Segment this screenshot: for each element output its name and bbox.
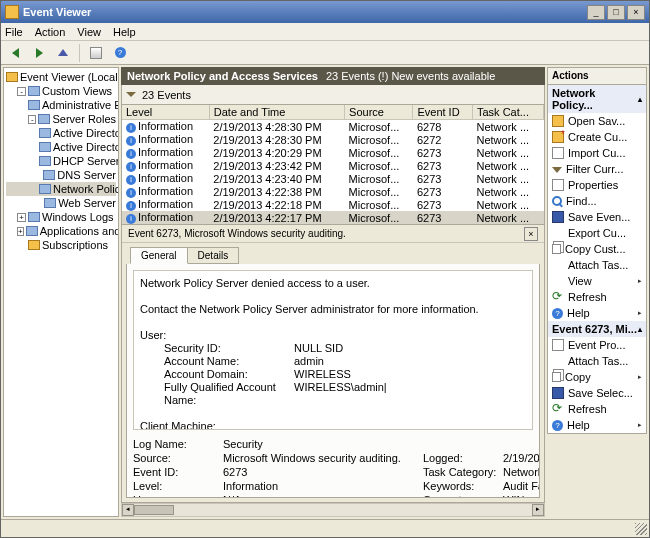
minimize-button[interactable]: _ xyxy=(587,5,605,20)
event-row[interactable]: iInformation2/19/2013 4:20:29 PMMicrosof… xyxy=(122,146,544,159)
action-item[interactable]: Import Cu... xyxy=(548,145,646,161)
actions-section-1[interactable]: Network Policy...▴ xyxy=(548,85,646,113)
banner-subtitle: 23 Events (!) New events available xyxy=(326,70,495,82)
props-toolbar-button[interactable] xyxy=(86,43,106,63)
action-item[interactable]: ⟳Refresh xyxy=(548,289,646,305)
column-header[interactable]: Level xyxy=(122,105,209,120)
column-header[interactable]: Task Cat... xyxy=(473,105,544,120)
tree-windows-logs[interactable]: +Windows Logs xyxy=(6,210,116,224)
i-find-icon xyxy=(552,196,562,206)
tree-role-web[interactable]: Web Server xyxy=(6,196,116,210)
status-bar xyxy=(1,519,649,537)
nav-tree: Event Viewer (Local) -Custom Views Admin… xyxy=(4,68,118,254)
i-copy-icon xyxy=(552,372,561,382)
i-save-icon xyxy=(552,211,564,223)
tab-details[interactable]: Details xyxy=(187,247,240,264)
event-row[interactable]: iInformation2/19/2013 4:22:18 PMMicrosof… xyxy=(122,198,544,211)
tree-role-adds[interactable]: Active Directory Domai xyxy=(6,140,116,154)
menu-bar: File Action View Help xyxy=(1,23,649,41)
window-title: Event Viewer xyxy=(23,6,587,18)
action-item[interactable]: ?Help▸ xyxy=(548,417,646,433)
event-row[interactable]: iInformation2/19/2013 4:23:42 PMMicrosof… xyxy=(122,159,544,172)
action-item[interactable]: Attach Tas... xyxy=(548,257,646,273)
detail-close-button[interactable]: × xyxy=(524,227,538,241)
action-item[interactable]: Attach Tas... xyxy=(548,353,646,369)
i-props-icon xyxy=(552,339,564,351)
event-grid[interactable]: LevelDate and TimeSourceEvent IDTask Cat… xyxy=(121,105,545,225)
app-icon xyxy=(5,5,19,19)
tree-role-adcs[interactable]: Active Directory Certific xyxy=(6,126,116,140)
event-row[interactable]: iInformation2/19/2013 4:22:17 PMMicrosof… xyxy=(122,211,544,224)
action-item[interactable]: Export Cu... xyxy=(548,225,646,241)
action-item[interactable]: Event Pro... xyxy=(548,337,646,353)
action-item[interactable]: Create Cu... xyxy=(548,129,646,145)
tree-subscriptions[interactable]: Subscriptions xyxy=(6,238,116,252)
help-toolbar-button[interactable]: ? xyxy=(110,43,130,63)
detail-title: Event 6273, Microsoft Windows security a… xyxy=(128,228,524,239)
blank-icon xyxy=(552,355,564,367)
blank-icon xyxy=(552,275,564,287)
up-button[interactable] xyxy=(53,43,73,63)
blank-icon xyxy=(552,259,564,271)
event-row[interactable]: iInformation2/19/2013 4:28:30 PMMicrosof… xyxy=(122,133,544,146)
tree-root[interactable]: Event Viewer (Local) xyxy=(6,70,116,84)
event-row[interactable]: iInformation2/19/2013 4:22:38 PMMicrosof… xyxy=(122,185,544,198)
submenu-icon: ▸ xyxy=(638,309,642,317)
actions-section-2[interactable]: Event 6273, Mi...▴ xyxy=(548,321,646,337)
tree-server-roles[interactable]: -Server Roles xyxy=(6,112,116,126)
titlebar: Event Viewer _ □ × xyxy=(1,1,649,23)
maximize-button[interactable]: □ xyxy=(607,5,625,20)
tree-role-nps[interactable]: Network Policy and Acc xyxy=(6,182,116,196)
tree-role-dhcp[interactable]: DHCP Server xyxy=(6,154,116,168)
horizontal-scrollbar[interactable]: ◂▸ xyxy=(121,503,545,517)
i-open-icon xyxy=(552,115,564,127)
action-item[interactable]: Find... xyxy=(548,193,646,209)
action-item[interactable]: Copy▸ xyxy=(548,369,646,385)
action-item[interactable]: Copy Cust... xyxy=(548,241,646,257)
close-button[interactable]: × xyxy=(627,5,645,20)
filter-icon xyxy=(126,92,136,97)
event-count: 23 Events xyxy=(142,89,191,101)
tab-general[interactable]: General xyxy=(130,247,188,264)
action-item[interactable]: Filter Curr... xyxy=(548,161,646,177)
event-message[interactable]: Network Policy Server denied access to a… xyxy=(133,270,533,430)
action-item[interactable]: Properties xyxy=(548,177,646,193)
event-row[interactable]: iInformation2/19/2013 4:28:30 PMMicrosof… xyxy=(122,120,544,134)
i-copy-icon xyxy=(552,244,561,254)
actions-title: Actions xyxy=(547,67,647,85)
tree-role-dns[interactable]: DNS Server xyxy=(6,168,116,182)
submenu-icon: ▸ xyxy=(638,277,642,285)
column-header[interactable]: Source xyxy=(345,105,413,120)
tree-custom-views[interactable]: -Custom Views xyxy=(6,84,116,98)
forward-button[interactable] xyxy=(29,43,49,63)
submenu-icon: ▸ xyxy=(638,421,642,429)
action-item[interactable]: Open Sav... xyxy=(548,113,646,129)
action-item[interactable]: View▸ xyxy=(548,273,646,289)
action-item[interactable]: ?Help▸ xyxy=(548,305,646,321)
menu-action[interactable]: Action xyxy=(35,26,66,38)
event-properties: Log Name:Security Source:Microsoft Windo… xyxy=(133,438,533,498)
banner-title: Network Policy and Access Services xyxy=(127,70,318,82)
column-header[interactable]: Date and Time xyxy=(209,105,344,120)
i-help-icon: ? xyxy=(552,420,563,431)
tree-app-service-logs[interactable]: +Applications and Services Logs xyxy=(6,224,116,238)
toolbar-separator xyxy=(79,44,80,62)
toolbar: ? xyxy=(1,41,649,65)
menu-view[interactable]: View xyxy=(77,26,101,38)
resize-grip[interactable] xyxy=(635,523,647,535)
menu-file[interactable]: File xyxy=(5,26,23,38)
tree-admin-events[interactable]: Administrative Events xyxy=(6,98,116,112)
i-filter-icon xyxy=(552,167,562,173)
column-header[interactable]: Event ID xyxy=(413,105,473,120)
i-help-icon: ? xyxy=(552,308,563,319)
action-item[interactable]: Save Selec... xyxy=(548,385,646,401)
i-refresh-icon: ⟳ xyxy=(552,291,564,303)
i-import-icon xyxy=(552,147,564,159)
event-row[interactable]: iInformation2/19/2013 4:23:40 PMMicrosof… xyxy=(122,172,544,185)
back-button[interactable] xyxy=(5,43,25,63)
blank-icon xyxy=(552,227,564,239)
menu-help[interactable]: Help xyxy=(113,26,136,38)
i-create-icon xyxy=(552,131,564,143)
action-item[interactable]: Save Even... xyxy=(548,209,646,225)
action-item[interactable]: ⟳Refresh xyxy=(548,401,646,417)
